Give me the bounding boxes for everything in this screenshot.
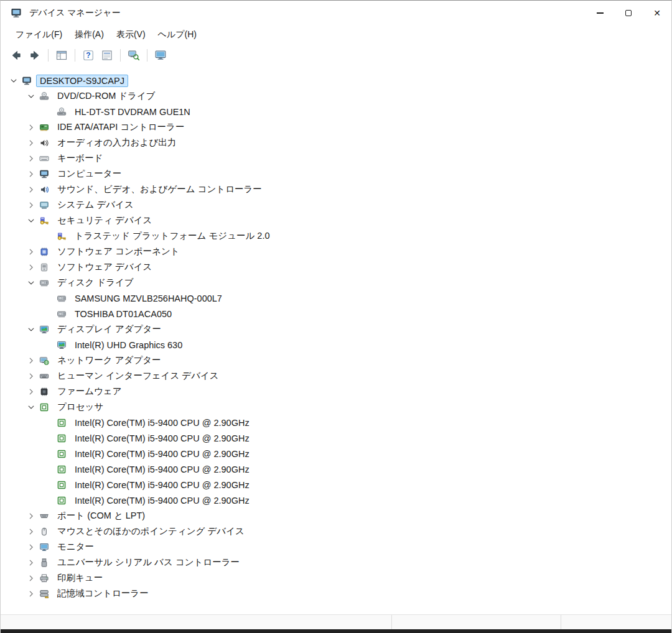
- chevron-down-icon[interactable]: [23, 399, 39, 415]
- tree-row[interactable]: トラステッド プラットフォーム モジュール 2.0: [1, 228, 671, 244]
- chevron-down-icon[interactable]: [23, 88, 39, 104]
- console-tree-button[interactable]: [52, 47, 71, 64]
- chevron-right-icon[interactable]: [23, 570, 39, 586]
- close-button[interactable]: ✕: [643, 1, 671, 25]
- menu-help[interactable]: ヘルプ(H): [152, 27, 203, 43]
- device-manager-window: デバイス マネージャー ✕ ファイル(F) 操作(A) 表示(V) ヘルプ(H)…: [0, 0, 672, 633]
- toolbar-separator: [48, 49, 49, 62]
- dvd-icon: [57, 104, 71, 119]
- tree-node-label: DVD/CD-ROM ドライブ: [54, 89, 159, 103]
- tree-row[interactable]: Intel(R) Core(TM) i5-9400 CPU @ 2.90GHz: [1, 492, 671, 508]
- tree-row[interactable]: ソフトウェア デバイス: [1, 259, 671, 275]
- tree-row[interactable]: ユニバーサル シリアル バス コントローラー: [1, 555, 671, 570]
- tree-row[interactable]: ディスプレイ アダプター: [1, 321, 671, 337]
- chevron-right-icon[interactable]: [23, 524, 39, 539]
- tree-row[interactable]: キーボード: [1, 150, 671, 166]
- tree-node-label: ユニバーサル シリアル バス コントローラー: [54, 555, 243, 570]
- chevron-spacer: [40, 228, 57, 244]
- tree-row[interactable]: IDE ATA/ATAPI コントローラー: [1, 119, 671, 135]
- display-icon: [57, 337, 71, 353]
- tree-row[interactable]: TOSHIBA DT01ACA050: [1, 306, 671, 321]
- properties-button[interactable]: [98, 47, 116, 64]
- chevron-right-icon[interactable]: [23, 508, 39, 524]
- tree-row[interactable]: DESKTOP-S9JCAPJ: [1, 73, 671, 88]
- disk-icon: [57, 306, 71, 321]
- chevron-right-icon[interactable]: [23, 384, 39, 399]
- tree-row[interactable]: Intel(R) Core(TM) i5-9400 CPU @ 2.90GHz: [1, 446, 671, 461]
- processor-icon: [39, 399, 54, 415]
- menu-view[interactable]: 表示(V): [110, 27, 152, 43]
- minimize-button[interactable]: [586, 1, 614, 25]
- chevron-right-icon[interactable]: [23, 150, 39, 166]
- tree-row[interactable]: Intel(R) Core(TM) i5-9400 CPU @ 2.90GHz: [1, 477, 671, 492]
- maximize-icon: [625, 10, 632, 16]
- chevron-down-icon[interactable]: [23, 321, 39, 337]
- chevron-down-icon[interactable]: [23, 275, 39, 290]
- scan-hardware-button[interactable]: [124, 47, 143, 64]
- chevron-right-icon[interactable]: [23, 119, 39, 135]
- chevron-right-icon[interactable]: [23, 259, 39, 275]
- tree-row[interactable]: サウンド、ビデオ、およびゲーム コントローラー: [1, 182, 671, 197]
- chevron-right-icon[interactable]: [23, 244, 39, 259]
- chevron-right-icon[interactable]: [23, 539, 39, 555]
- chevron-down-icon[interactable]: [23, 213, 39, 228]
- tree-node-label: ポート (COM と LPT): [54, 509, 149, 523]
- dvd-icon: [39, 88, 54, 104]
- tree-node-label: Intel(R) Core(TM) i5-9400 CPU @ 2.90GHz: [71, 432, 253, 445]
- tree-row[interactable]: ディスク ドライブ: [1, 275, 671, 290]
- properties-icon: [101, 49, 113, 62]
- firmware-icon: [39, 384, 54, 399]
- tree-node-label: Intel(R) UHD Graphics 630: [71, 339, 186, 351]
- device-manager-app-icon: [11, 7, 22, 19]
- titlebar: デバイス マネージャー ✕: [1, 1, 671, 25]
- menu-action[interactable]: 操作(A): [68, 27, 110, 43]
- computer-view-button[interactable]: [151, 47, 170, 64]
- tree-row[interactable]: セキュリティ デバイス: [1, 213, 671, 228]
- tree-row[interactable]: ポート (COM と LPT): [1, 508, 671, 524]
- tree-row[interactable]: ファームウェア: [1, 384, 671, 399]
- chevron-spacer: [40, 446, 57, 461]
- tree-row[interactable]: DVD/CD-ROM ドライブ: [1, 88, 671, 104]
- tree-row[interactable]: 記憶域コントローラー: [1, 586, 671, 601]
- chevron-right-icon[interactable]: [23, 197, 39, 213]
- tree-node-label: TOSHIBA DT01ACA050: [71, 308, 175, 320]
- statusbar-section-1: [1, 615, 391, 629]
- chevron-right-icon[interactable]: [23, 182, 39, 197]
- tree-row[interactable]: システム デバイス: [1, 197, 671, 213]
- tree-row[interactable]: マウスとそのほかのポインティング デバイス: [1, 524, 671, 539]
- tree-row[interactable]: ソフトウェア コンポーネント: [1, 244, 671, 259]
- tree-node-label: セキュリティ デバイス: [54, 213, 156, 228]
- chevron-right-icon[interactable]: [23, 353, 39, 368]
- tree-row[interactable]: 印刷キュー: [1, 570, 671, 586]
- tree-row[interactable]: Intel(R) Core(TM) i5-9400 CPU @ 2.90GHz: [1, 415, 671, 430]
- chevron-right-icon[interactable]: [23, 166, 39, 182]
- back-button[interactable]: [7, 47, 26, 64]
- forward-button[interactable]: [26, 47, 44, 64]
- tree-row[interactable]: オーディオの入力および出力: [1, 135, 671, 150]
- chevron-right-icon[interactable]: [23, 135, 39, 150]
- tree-row[interactable]: Intel(R) UHD Graphics 630: [1, 337, 671, 353]
- tree-row[interactable]: プロセッサ: [1, 399, 671, 415]
- tree-node-label: コンピューター: [54, 167, 125, 181]
- maximize-button[interactable]: [614, 1, 643, 25]
- help-button[interactable]: ?: [79, 47, 98, 64]
- chevron-right-icon[interactable]: [23, 368, 39, 384]
- menu-file[interactable]: ファイル(F): [9, 27, 68, 43]
- tree-node-label: ファームウェア: [54, 384, 126, 399]
- tree-node-label: ディスプレイ アダプター: [54, 322, 165, 336]
- tree-row[interactable]: Intel(R) Core(TM) i5-9400 CPU @ 2.90GHz: [1, 430, 671, 446]
- chevron-right-icon[interactable]: [23, 555, 39, 570]
- chevron-right-icon[interactable]: [23, 586, 39, 601]
- close-icon: ✕: [653, 9, 661, 17]
- tree-row[interactable]: ヒューマン インターフェイス デバイス: [1, 368, 671, 384]
- window-controls: ✕: [586, 1, 671, 25]
- tree-row[interactable]: コンピューター: [1, 166, 671, 182]
- tree-row[interactable]: SAMSUNG MZVLB256HAHQ-000L7: [1, 290, 671, 306]
- tree-node-label: SAMSUNG MZVLB256HAHQ-000L7: [71, 292, 226, 305]
- tree-node-label: プロセッサ: [54, 400, 107, 414]
- tree-row[interactable]: モニター: [1, 539, 671, 555]
- tree-row[interactable]: HL-DT-ST DVDRAM GUE1N: [1, 104, 671, 119]
- chevron-down-icon[interactable]: [6, 73, 22, 88]
- tree-row[interactable]: Intel(R) Core(TM) i5-9400 CPU @ 2.90GHz: [1, 461, 671, 477]
- tree-row[interactable]: ネットワーク アダプター: [1, 353, 671, 368]
